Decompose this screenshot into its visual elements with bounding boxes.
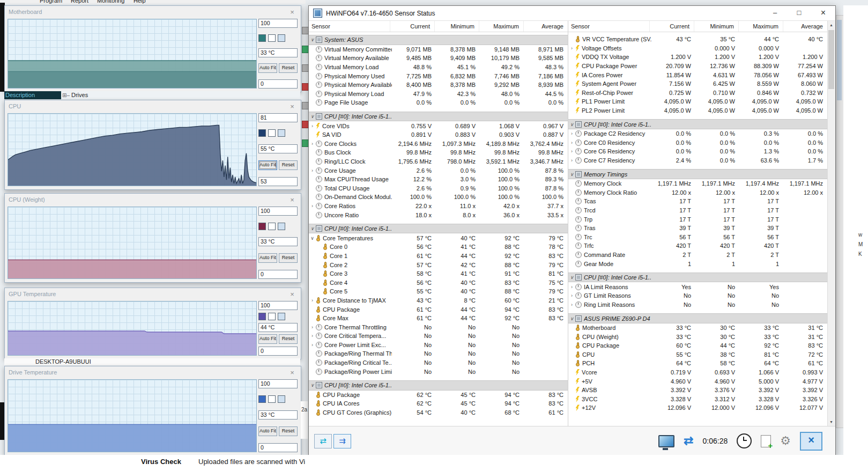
sensor-row[interactable]: Page File Usage0.0 %0.0 %0.0 %0.0 % [309, 98, 568, 107]
sensor-row[interactable]: VDDQ TX Voltage1.200 V1.200 V1.200 V1.20… [568, 53, 827, 62]
column-headers[interactable]: Sensor Current Minimum Maximum Average [309, 21, 568, 32]
sensor-row[interactable]: Core 555 °C40 °C88 °C79 °C [309, 287, 568, 296]
background-color-swatch[interactable] [268, 313, 276, 320]
sensor-row[interactable]: CPU55 °C38 °C81 °C72 °C [568, 350, 827, 359]
reset-button[interactable]: Reset [279, 334, 298, 344]
background-color-swatch[interactable] [268, 34, 276, 42]
sensor-row[interactable]: Memory Clock1,197.1 MHz1,197.1 MHz1,197.… [568, 179, 827, 188]
sensor-group-header[interactable]: ∨CPU [#0]: Intel Core i5-1... [568, 273, 827, 283]
sensor-row[interactable]: Rest-of-Chip Power0.725 W0.710 W0.846 W0… [568, 89, 827, 98]
sensor-row[interactable]: AVSB3.392 V3.376 V3.392 V3.392 V [568, 386, 827, 395]
sensor-row[interactable]: ›Core Clocks2,194.6 MHz1,097.3 MHz4,189.… [309, 139, 568, 149]
sensor-column-move-button[interactable]: ⇉ [333, 434, 351, 448]
close-icon[interactable]: × [287, 102, 297, 111]
min-scale-input[interactable]: 0 [258, 347, 298, 356]
menu-item[interactable]: Program [40, 0, 62, 4]
vertical-scrollbar[interactable]: ▲ ▼ [827, 21, 835, 426]
sensor-row[interactable]: ›GT Limit ReasonsNoNoNo [568, 291, 827, 300]
expand-icon[interactable]: › [568, 293, 575, 298]
column-header-minimum[interactable]: Minimum [694, 21, 738, 32]
sensor-group-header[interactable]: ∨ASUS PRIME Z690-P D4 (... [568, 313, 827, 323]
sensor-row[interactable]: Core 358 °C41 °C91 °C81 °C [309, 269, 568, 278]
sensor-row[interactable]: Physical Memory Available8,400 MB8,378 M… [309, 80, 568, 90]
sensor-row[interactable]: CPU Package61 °C44 °C94 °C83 °C [309, 305, 568, 314]
max-scale-input[interactable]: 100 [258, 301, 298, 310]
reset-button[interactable]: Reset [279, 426, 298, 436]
grid-color-swatch[interactable] [278, 223, 285, 230]
remote-monitor-icon[interactable] [658, 435, 674, 447]
sensor-row[interactable]: Package/Ring Power Limi...NoNoNo [309, 367, 568, 376]
column-headers[interactable]: Sensor Current Minimum Maximum Average [568, 21, 827, 32]
sensor-row[interactable]: ›Core C7 Residency2.4 %0.0 %63.6 %1.7 % [568, 156, 827, 165]
background-scrollbar[interactable] [836, 15, 844, 428]
collapse-icon[interactable]: ∨ [309, 235, 316, 241]
sensor-row[interactable]: Physical Memory Used7,725 MB6,832 MB7,74… [309, 71, 568, 80]
sensor-row[interactable]: PL1 Power Limit4,095.0 W4,095.0 W4,095.0… [568, 97, 827, 106]
min-scale-input[interactable]: 0 [258, 79, 298, 89]
sensor-row[interactable]: Virtual Memory Load48.8 %45.1 %49.2 %48.… [309, 63, 568, 72]
series-color-swatch[interactable] [258, 34, 266, 42]
sensor-row[interactable]: Trfc420 T420 T420 T [568, 241, 827, 251]
sensor-row[interactable]: ›Voltage Offsets0.000 V0.000 V [568, 44, 827, 53]
expand-icon[interactable]: › [309, 342, 316, 348]
sensor-row[interactable]: ›Core Power Limit Exc...NoNoNo [309, 341, 568, 350]
sensor-row[interactable]: Max CPU/Thread Usage12.2 %3.0 %100.0 %89… [309, 175, 568, 184]
collapse-icon[interactable]: ∨ [568, 275, 575, 280]
sensor-row[interactable]: ›Core Usage2.6 %0.0 %100.0 %87.8 % [309, 166, 568, 175]
sensor-row[interactable]: PCH64 °C58 °C64 °C61 °C [568, 359, 827, 368]
sensor-row[interactable]: CPU IA Cores62 °C45 °C94 °C83 °C [309, 399, 568, 408]
sensor-row[interactable]: Core Max61 °C44 °C92 °C83 °C [309, 314, 568, 323]
sensor-row[interactable]: ›Core Distance to TjMAX43 °C8 °C60 °C21 … [309, 296, 568, 305]
expand-icon[interactable]: › [568, 149, 575, 154]
menu-item[interactable]: Report [71, 0, 88, 4]
tree-expand-icon[interactable]: ⊞– [62, 92, 70, 98]
sensor-row[interactable]: SA VID0.891 V0.883 V0.903 V0.887 V [309, 130, 568, 139]
max-scale-input[interactable]: 81 [258, 113, 298, 122]
expand-icon[interactable]: › [568, 284, 575, 290]
collapse-icon[interactable]: ∨ [309, 114, 316, 119]
sensor-group-header[interactable]: ∨CPU [#0]: Intel Core i5-1... [309, 224, 568, 234]
sensor-row[interactable]: Total CPU Usage2.6 %0.9 %100.0 %87.8 % [309, 184, 568, 193]
grid-color-swatch[interactable] [278, 34, 285, 42]
sensor-row[interactable]: Tras39 T39 T39 T [568, 224, 827, 233]
sensor-row[interactable]: +12V12.096 V12.000 V12.096 V12.077 V [568, 403, 827, 413]
series-color-swatch[interactable] [258, 313, 266, 320]
background-scrollbar-thumb[interactable] [837, 20, 842, 100]
background-color-swatch[interactable] [268, 223, 276, 230]
scroll-down-arrow-icon[interactable]: ▼ [828, 418, 835, 426]
max-scale-input[interactable]: 100 [258, 379, 298, 388]
collapse-icon[interactable]: ∨ [309, 226, 316, 231]
sensor-row[interactable]: Gear Mode111 [568, 259, 827, 268]
expand-icon[interactable]: › [568, 46, 575, 51]
expand-icon[interactable]: › [309, 123, 316, 129]
sensor-row[interactable]: 3VCC3.328 V3.312 V3.328 V3.326 V [568, 395, 827, 404]
sensor-row[interactable]: Package/Ring Critical Te...NoNoNo [309, 358, 568, 367]
reset-button[interactable]: Reset [279, 253, 298, 263]
sensor-row[interactable]: Trp17 T17 T17 T [568, 215, 827, 224]
reset-button[interactable]: Reset [279, 63, 298, 73]
sensor-row[interactable]: CPU Package62 °C45 °C94 °C83 °C [309, 391, 568, 400]
sensor-row[interactable]: +5V4.960 V4.960 V5.000 V4.977 V [568, 377, 827, 386]
sensor-row[interactable]: ›Core Thermal ThrottlingNoNoNo [309, 322, 568, 332]
window-titlebar[interactable]: HWiNFO64 v7.16-4650 Sensor Status – □ × [309, 6, 835, 21]
grid-color-swatch[interactable] [278, 129, 285, 137]
expand-icon[interactable]: › [309, 298, 316, 303]
sensor-row[interactable]: CPU Package60 °C44 °C92 °C83 °C [568, 341, 827, 350]
series-color-swatch[interactable] [258, 129, 266, 137]
sensor-row[interactable]: ›Ring Limit ReasonsNoNoNo [568, 300, 827, 310]
expand-icon[interactable]: › [568, 302, 575, 307]
sensor-row[interactable]: ›Core C6 Residency0.0 %0.0 %1.3 %0.0 % [568, 147, 827, 156]
sensor-row[interactable]: Ring/LLC Clock1,795.6 MHz798.0 MHz3,592.… [309, 157, 568, 166]
sensor-row[interactable]: Vcore0.719 V0.693 V1.066 V0.993 V [568, 368, 827, 377]
scroll-up-arrow-icon[interactable]: ▲ [828, 21, 835, 29]
collapse-icon[interactable]: ∨ [309, 382, 316, 388]
expand-icon[interactable]: › [568, 158, 575, 163]
sensor-row[interactable]: CPU Package Power20.709 W12.736 W88.309 … [568, 62, 827, 71]
sensor-row[interactable]: Core 161 °C44 °C92 °C83 °C [309, 252, 568, 261]
sensor-row[interactable]: IA Cores Power11.854 W4.631 W78.056 W67.… [568, 70, 827, 79]
max-scale-input[interactable]: 100 [258, 207, 298, 216]
scrollbar-thumb[interactable] [828, 30, 834, 89]
collapse-icon[interactable]: ∨ [568, 172, 575, 177]
expand-icon[interactable]: › [309, 333, 316, 338]
grid-color-swatch[interactable] [278, 395, 285, 403]
